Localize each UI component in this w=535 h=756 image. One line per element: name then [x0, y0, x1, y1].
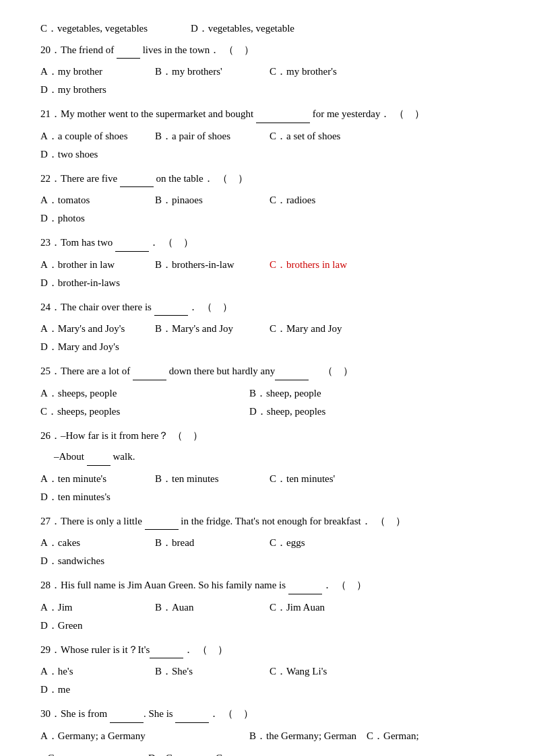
- q23-b: B．brothers-in-law: [155, 256, 263, 274]
- question-29: 29．Whose ruler is it？It's．（ ） A．he's B．S…: [40, 642, 495, 699]
- q28-text: 28．His full name is Jim Auan Green. So h…: [40, 577, 495, 594]
- top-d: D．vegetables, vegetable: [191, 20, 298, 38]
- q30-bracket: （ ）: [223, 706, 253, 723]
- q24-c: C．Mary and Joy: [270, 320, 377, 338]
- q26-blank: [87, 455, 111, 466]
- q25-blank1: [133, 370, 166, 380]
- q25-blank2: [275, 370, 309, 380]
- q27-b: B．bread: [155, 534, 263, 552]
- q29-blank: [150, 648, 183, 658]
- q30-text: 30．She is from . She is ．（ ）: [40, 706, 495, 723]
- q20-d: D．my brothers: [40, 81, 148, 99]
- q24-options: A．Mary's and Joy's B．Mary's and Joy C．Ma…: [40, 320, 495, 356]
- q26-options: A．ten minute's B．ten minutes C．ten minut…: [40, 470, 495, 506]
- q30-blank2: [175, 712, 209, 723]
- q22-a: A．tomatos: [40, 191, 148, 209]
- q27-options: A．cakes B．bread C．eggs D．sandwiches: [40, 534, 495, 570]
- q24-b: B．Mary's and Joy: [155, 320, 263, 338]
- q25-bracket: （ ）: [323, 363, 353, 380]
- q25-a: A．sheeps, people: [40, 384, 243, 403]
- top-options-line: C．vegetables, vegetables D．vegetables, v…: [40, 20, 495, 38]
- question-26: 26．–How far is it from here？（ ） –About w…: [40, 427, 495, 506]
- question-27: 27．There is only a little in the fridge.…: [40, 513, 495, 571]
- q28-bracket: （ ）: [336, 577, 367, 594]
- q26-bracket: （ ）: [172, 427, 203, 445]
- q21-b: B．a pair of shoes: [155, 127, 263, 145]
- q28-d: D．Green: [40, 617, 148, 635]
- q26-a: A．ten minute's: [40, 470, 148, 488]
- q23-blank: [115, 241, 149, 252]
- q28-options: A．Jim B．Auan C．Jim Auan D．Green: [40, 598, 495, 635]
- q30-options2: a Germany D．Germany; a German: [40, 749, 495, 757]
- q29-c: C．Wang Li's: [270, 662, 377, 681]
- q26-b: B．ten minutes: [155, 470, 263, 488]
- q22-text: 22．There are five on the table．（ ）: [40, 170, 495, 188]
- q20-text: 20．The friend of lives in the town．（ ）: [40, 42, 495, 59]
- q26-text: 26．–How far is it from here？（ ）: [40, 427, 495, 445]
- q21-a: A．a couple of shoes: [40, 127, 148, 145]
- q29-a: A．he's: [40, 662, 148, 681]
- q25-b: B．sheep, people: [249, 384, 451, 403]
- q30-d: D．Germany; a German: [148, 749, 256, 757]
- q30-options: A．Germany; a Germany B．the Germany; Germ…: [40, 727, 495, 745]
- q24-bracket: （ ）: [202, 299, 232, 316]
- q22-options: A．tomatos B．pinaoes C．radioes D．photos: [40, 191, 495, 228]
- question-22: 22．There are five on the table．（ ） A．tom…: [40, 170, 495, 228]
- q25-c: C．sheeps, peoples: [40, 403, 243, 421]
- q27-a: A．cakes: [40, 534, 148, 552]
- question-23: 23．Tom has two ．（ ） A．brother in law B．b…: [40, 234, 495, 292]
- q21-blank: [256, 112, 310, 123]
- q24-blank: [154, 305, 188, 316]
- q24-a: A．Mary's and Joy's: [40, 320, 148, 338]
- question-24: 24．The chair over there is ．（ ） A．Mary's…: [40, 299, 495, 357]
- question-20: 20．The friend of lives in the town．（ ） A…: [40, 42, 495, 100]
- q22-c: C．radioes: [270, 191, 377, 209]
- q25-options: A．sheeps, people B．sheep, people C．sheep…: [40, 384, 495, 421]
- q24-d: D．Mary and Joy's: [40, 338, 148, 356]
- question-30: 30．She is from . She is ．（ ） A．Germany; …: [40, 706, 495, 756]
- q28-b: B．Auan: [155, 598, 263, 617]
- q25-text: 25．There are a lot of down there but har…: [40, 363, 495, 380]
- q28-a: A．Jim: [40, 598, 148, 617]
- q27-text: 27．There is only a little in the fridge.…: [40, 513, 495, 530]
- q20-c: C．my brother's: [270, 63, 377, 81]
- q21-options: A．a couple of shoes B．a pair of shoes C．…: [40, 127, 495, 164]
- q20-b: B．my brothers': [155, 63, 263, 81]
- q26-text2: –About walk.: [40, 448, 495, 466]
- q20-bracket: （ ）: [224, 42, 254, 59]
- top-c: C．vegetables, vegetables: [40, 23, 148, 34]
- q27-bracket: （ ）: [375, 513, 406, 530]
- q22-d: D．photos: [40, 209, 148, 228]
- q26-c: C．ten minutes': [270, 470, 377, 488]
- q28-blank: [288, 584, 322, 594]
- q21-text: 21．My mother went to the supermarket and…: [40, 106, 495, 123]
- question-21: 21．My mother went to the supermarket and…: [40, 106, 495, 164]
- q23-a: A．brother in law: [40, 256, 148, 274]
- q29-text: 29．Whose ruler is it？It's．（ ）: [40, 642, 495, 659]
- q27-c: C．eggs: [270, 534, 377, 552]
- q20-a: A．my brother: [40, 63, 148, 81]
- q23-bracket: （ ）: [163, 234, 193, 252]
- q21-c: C．a set of shoes: [270, 127, 377, 145]
- q29-b: B．She's: [155, 662, 263, 681]
- q20-options: A．my brother B．my brothers' C．my brother…: [40, 63, 495, 99]
- q23-options: A．brother in law B．brothers-in-law C．bro…: [40, 256, 495, 292]
- q30-b: B．the Germany; German C．German;: [249, 727, 451, 745]
- q22-blank: [120, 176, 154, 187]
- q25-d: D．sheep, peoples: [249, 403, 451, 421]
- q22-b: B．pinaoes: [155, 191, 263, 209]
- q22-bracket: （ ）: [218, 170, 248, 188]
- question-28: 28．His full name is Jim Auan Green. So h…: [40, 577, 495, 635]
- q27-d: D．sandwiches: [40, 552, 148, 570]
- q23-c: C．brothers in law: [270, 256, 377, 274]
- q26-d: D．ten minutes's: [40, 488, 148, 506]
- q28-c: C．Jim Auan: [270, 598, 377, 617]
- q21-d: D．two shoes: [40, 145, 148, 164]
- q29-options: A．he's B．She's C．Wang Li's D．me: [40, 662, 495, 699]
- question-25: 25．There are a lot of down there but har…: [40, 363, 495, 421]
- q21-bracket: （ ）: [394, 106, 424, 123]
- q30-blank1: [110, 712, 144, 723]
- q24-text: 24．The chair over there is ．（ ）: [40, 299, 495, 316]
- q23-d: D．brother-in-laws: [40, 274, 148, 292]
- q29-d: D．me: [40, 681, 148, 699]
